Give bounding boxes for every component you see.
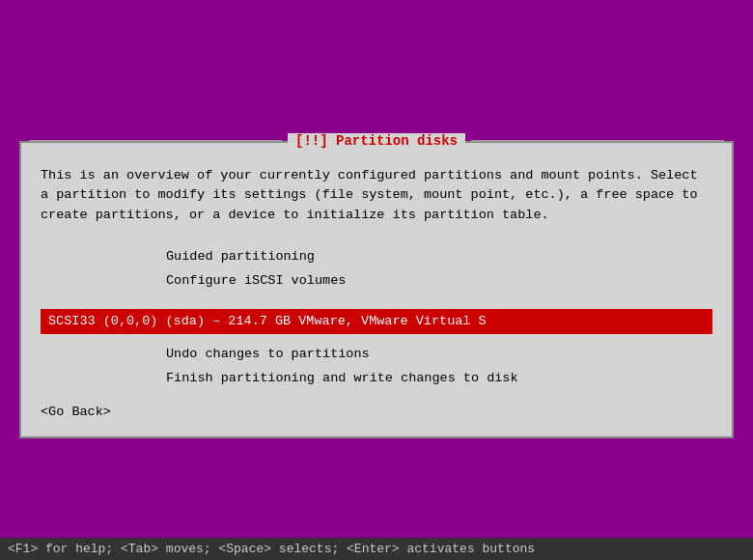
dialog-content: This is an overview of your currently co…	[21, 143, 732, 436]
bottom-bar: <F1> for help; <Tab> moves; <Space> sele…	[0, 538, 753, 560]
dialog-box: [!!] Partition disks This is an overview…	[19, 141, 734, 438]
bottom-bar-text: <F1> for help; <Tab> moves; <Space> sele…	[8, 542, 535, 556]
menu-section: Guided partitioning Configure iSCSI volu…	[41, 244, 712, 294]
title-line-right	[471, 140, 724, 142]
title-bar: [!!] Partition disks	[21, 133, 732, 149]
dialog-wrapper: [!!] Partition disks This is an overview…	[19, 141, 734, 438]
screen-container: [!!] Partition disks This is an overview…	[0, 0, 753, 560]
go-back-button[interactable]: <Go Back>	[41, 403, 712, 421]
dialog-title: [!!] Partition disks	[288, 133, 465, 149]
undo-changes-item[interactable]: Undo changes to partitions	[41, 342, 712, 367]
title-line-left	[29, 140, 282, 142]
finish-partitioning-item[interactable]: Finish partitioning and write changes to…	[41, 366, 712, 391]
actions-section: Undo changes to partitions Finish partit…	[41, 342, 712, 391]
description-text: This is an overview of your currently co…	[41, 166, 712, 225]
iscsi-volumes-item[interactable]: Configure iSCSI volumes	[41, 268, 712, 294]
guided-partitioning-item[interactable]: Guided partitioning	[41, 244, 712, 269]
selected-device-item[interactable]: SCSI33 (0,0,0) (sda) – 214.7 GB VMware, …	[41, 309, 712, 334]
